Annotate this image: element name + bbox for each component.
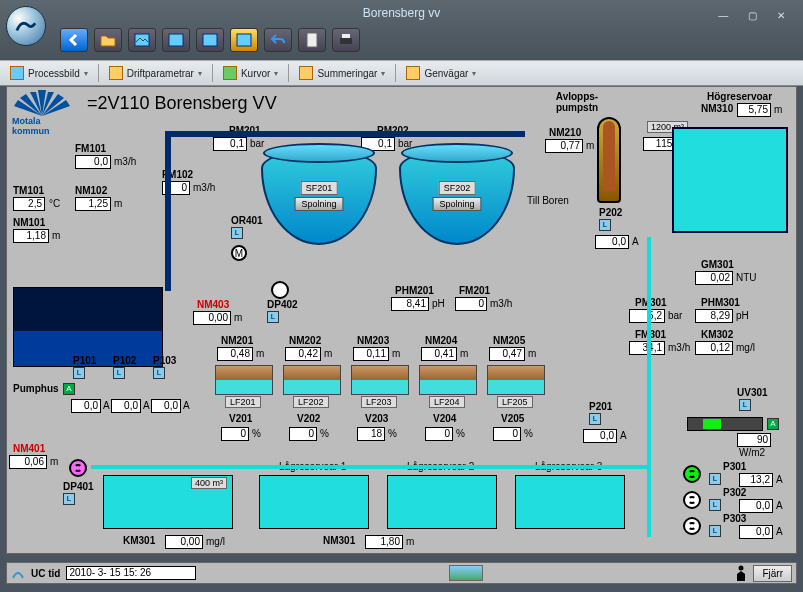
- P103-label: P103: [153, 355, 176, 366]
- FM101-label: FM101: [75, 143, 106, 154]
- OR401-ind-L[interactable]: L: [231, 227, 243, 239]
- FM102-unit: m3/h: [193, 182, 215, 193]
- back-button[interactable]: [60, 28, 88, 52]
- svg-rect-1: [169, 34, 183, 46]
- FM101-value[interactable]: 0,0: [75, 155, 111, 169]
- menu-genvagar[interactable]: Genvägar▾: [402, 64, 480, 82]
- P103-ind-L[interactable]: L: [153, 367, 165, 379]
- GM301-value[interactable]: 0,02: [695, 271, 733, 285]
- folder-icon: [100, 32, 116, 48]
- menu-processbild[interactable]: Processbild▾: [6, 64, 92, 82]
- P303-ind-L[interactable]: L: [709, 525, 721, 537]
- UV301-ind-L[interactable]: L: [739, 399, 751, 411]
- document-icon: [304, 32, 320, 48]
- V202-value[interactable]: 0: [289, 427, 317, 441]
- P302-value[interactable]: 0,0: [739, 499, 773, 513]
- PHM201-value[interactable]: 8,41: [391, 297, 429, 311]
- NM403-value[interactable]: 0,00: [193, 311, 231, 325]
- tool-btn-2[interactable]: [162, 28, 190, 52]
- LF204-filter: [419, 365, 477, 395]
- PHM301-value[interactable]: 8,29: [695, 309, 733, 323]
- P303-label: P303: [723, 513, 746, 524]
- NM403-label: NM403: [197, 299, 229, 310]
- menu-kurvor[interactable]: Kurvor▾: [219, 64, 282, 82]
- P101-ind-L[interactable]: L: [73, 367, 85, 379]
- NM205-value[interactable]: 0,47: [489, 347, 525, 361]
- P201-ind-L[interactable]: L: [589, 413, 601, 425]
- NM203-value[interactable]: 0,11: [353, 347, 389, 361]
- pumphus-label: Pumphus: [13, 383, 59, 394]
- NM401-value[interactable]: 0,06: [9, 455, 47, 469]
- NM201-value[interactable]: 0,48: [217, 347, 253, 361]
- V204-value[interactable]: 0: [425, 427, 453, 441]
- NM210-label: NM210: [549, 127, 581, 138]
- TM101-value[interactable]: 2,5: [13, 197, 45, 211]
- P101-amp[interactable]: 0,0: [71, 399, 101, 413]
- app-menu-orb[interactable]: [6, 6, 46, 46]
- KM302-value[interactable]: 0,12: [695, 341, 733, 355]
- undo-button[interactable]: [264, 28, 292, 52]
- pumphus-ind[interactable]: A: [63, 383, 75, 395]
- top-toolbar: [60, 28, 360, 52]
- NM301-value[interactable]: 1,80: [365, 535, 403, 549]
- NM210-value[interactable]: 0,77: [545, 139, 583, 153]
- status-thumbnail[interactable]: [449, 565, 483, 581]
- SF201-spolning-button[interactable]: Spolning: [294, 197, 343, 211]
- NM202-value[interactable]: 0,42: [285, 347, 321, 361]
- LF205-filter: [487, 365, 545, 395]
- P302-ind-L[interactable]: L: [709, 499, 721, 511]
- tool-btn-1[interactable]: [128, 28, 156, 52]
- P301-ind-L[interactable]: L: [709, 473, 721, 485]
- SF202-spolning-button[interactable]: Spolning: [432, 197, 481, 211]
- LF204-label: LF204: [429, 396, 465, 408]
- fjarr-button[interactable]: Fjärr: [753, 565, 792, 582]
- NM102-value[interactable]: 1,25: [75, 197, 111, 211]
- folder-button[interactable]: [94, 28, 122, 52]
- menu-summeringar[interactable]: Summeringar▾: [295, 64, 389, 82]
- P102-amp[interactable]: 0,0: [111, 399, 141, 413]
- signal-icon: [11, 566, 25, 580]
- tool-btn-3[interactable]: [196, 28, 224, 52]
- P303-value[interactable]: 0,0: [739, 525, 773, 539]
- minimize-button[interactable]: —: [718, 10, 736, 21]
- P202-ind-L[interactable]: L: [599, 219, 611, 231]
- SF201-label: SF201: [301, 181, 338, 195]
- pipe: [165, 131, 171, 291]
- NM401-label: NM401: [13, 443, 45, 454]
- P101-label: P101: [73, 355, 96, 366]
- maximize-button[interactable]: ▢: [748, 10, 765, 21]
- KM301-value[interactable]: 0,00: [165, 535, 203, 549]
- tool-btn-4[interactable]: [230, 28, 258, 52]
- menu-driftparametrar[interactable]: Driftparametrar▾: [105, 64, 206, 82]
- printer-icon: [338, 32, 354, 48]
- V203-value[interactable]: 18: [357, 427, 385, 441]
- NM204-value[interactable]: 0,41: [421, 347, 457, 361]
- close-button[interactable]: ✕: [777, 10, 793, 21]
- P103-amp[interactable]: 0,0: [151, 399, 181, 413]
- picture-icon: [168, 32, 184, 48]
- uc-tid-value[interactable]: 2010- 3- 15 15: 26: [66, 566, 196, 580]
- LF202-filter: [283, 365, 341, 395]
- V205-value[interactable]: 0: [493, 427, 521, 441]
- P301-value[interactable]: 13,2: [739, 473, 773, 487]
- NM201-label: NM201: [221, 335, 253, 346]
- P102-ind-L[interactable]: L: [113, 367, 125, 379]
- UV301-value[interactable]: 90: [737, 433, 771, 447]
- LF203-label: LF203: [361, 396, 397, 408]
- V201-value[interactable]: 0: [221, 427, 249, 441]
- FM201-value[interactable]: 0: [455, 297, 487, 311]
- NM101-value[interactable]: 1,18: [13, 229, 49, 243]
- report-button[interactable]: [298, 28, 326, 52]
- highres-label: Högreservoar: [707, 91, 772, 102]
- uv-bar-ind[interactable]: A: [767, 418, 779, 430]
- P201-value[interactable]: 0,0: [583, 429, 617, 443]
- print-button[interactable]: [332, 28, 360, 52]
- DP401-label: DP401: [63, 481, 94, 492]
- NM310-value[interactable]: 5,75: [737, 103, 771, 117]
- SF202-label: SF202: [439, 181, 476, 195]
- DP401-ind-L[interactable]: L: [63, 493, 75, 505]
- NM205-label: NM205: [493, 335, 525, 346]
- PM201-value[interactable]: 0,1: [213, 137, 247, 151]
- P202-value[interactable]: 0,0: [595, 235, 629, 249]
- DP402-ind-L[interactable]: L: [267, 311, 279, 323]
